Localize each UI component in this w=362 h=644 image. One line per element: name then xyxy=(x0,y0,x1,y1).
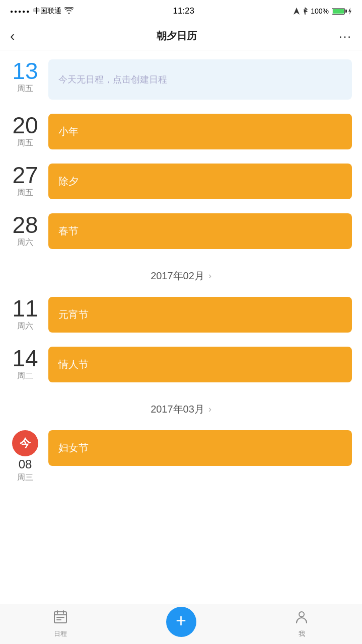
date-num-13: 13 xyxy=(12,59,38,83)
date-row-20: 20 周五 小年 xyxy=(0,105,362,154)
date-weekday-13: 周五 xyxy=(17,84,33,94)
date-row-08: 今 08 周三 妇女节 xyxy=(0,421,362,488)
today-badge-circle: 今 xyxy=(12,430,38,456)
add-button[interactable]: + xyxy=(166,607,196,637)
battery-icon xyxy=(332,8,345,15)
me-icon xyxy=(295,610,309,627)
svg-rect-5 xyxy=(56,619,61,620)
more-button[interactable]: ··· xyxy=(339,29,352,43)
month-chevron-mar: › xyxy=(208,404,211,415)
date-label-20: 20 周五 xyxy=(10,114,40,148)
month-chevron-feb: › xyxy=(208,271,211,281)
date-label-28: 28 周六 xyxy=(10,213,40,248)
back-button[interactable]: ‹ xyxy=(10,28,15,44)
date-num-14: 14 xyxy=(12,347,38,370)
date-label-14: 14 周二 xyxy=(10,347,40,381)
date-weekday-08: 周三 xyxy=(17,472,33,483)
tab-add-container: + xyxy=(121,607,242,642)
tab-me-label: 我 xyxy=(299,629,305,638)
empty-event-13[interactable]: 今天无日程，点击创建日程 xyxy=(48,59,352,100)
date-weekday-27: 周五 xyxy=(17,188,33,198)
date-label-27: 27 周五 xyxy=(10,164,40,198)
month-label-feb: 2017年02月 xyxy=(151,269,204,283)
date-row-13: 13 周五 今天无日程，点击创建日程 xyxy=(0,50,362,105)
date-label-11: 11 周六 xyxy=(10,297,40,332)
date-events-11: 元宵节 xyxy=(48,297,352,333)
tab-schedule[interactable]: 日程 xyxy=(0,610,121,638)
svg-rect-4 xyxy=(56,617,64,618)
svg-point-6 xyxy=(299,612,304,617)
event-card-qingrenjie[interactable]: 情人节 xyxy=(48,347,352,382)
date-num-11: 11 xyxy=(12,297,38,320)
tab-me[interactable]: 我 xyxy=(241,610,362,638)
add-icon: + xyxy=(176,612,186,630)
page-title: 朝夕日历 xyxy=(157,29,197,43)
carrier-label: 中国联通 xyxy=(33,7,61,16)
date-row-11: 11 周六 元宵节 xyxy=(0,288,362,338)
date-row-14: 14 周二 情人节 xyxy=(0,338,362,387)
date-weekday-20: 周五 xyxy=(17,138,33,148)
date-num-08: 08 xyxy=(19,457,32,471)
month-separator-feb[interactable]: 2017年02月 › xyxy=(0,254,362,288)
wifi-icon xyxy=(64,7,74,16)
tab-bar: 日程 + 我 xyxy=(0,604,362,644)
event-card-funvjie[interactable]: 妇女节 xyxy=(48,430,352,466)
date-num-27: 27 xyxy=(12,164,38,187)
location-icon xyxy=(294,8,300,15)
battery-percent: 100% xyxy=(311,7,329,15)
main-scroll: 13 周五 今天无日程，点击创建日程 20 周五 小年 27 周五 xyxy=(0,50,362,528)
date-num-20: 20 xyxy=(12,114,38,137)
date-row-28: 28 周六 春节 xyxy=(0,204,362,254)
date-label-13: 13 周五 xyxy=(10,59,40,94)
date-events-13: 今天无日程，点击创建日程 xyxy=(48,59,352,100)
date-events-28: 春节 xyxy=(48,213,352,249)
status-right: 100% xyxy=(294,7,352,15)
status-left: ●●●●● 中国联通 xyxy=(10,7,74,16)
event-card-yuanxiao[interactable]: 元宵节 xyxy=(48,297,352,333)
tab-schedule-label: 日程 xyxy=(54,629,67,638)
event-card-chunjie[interactable]: 春节 xyxy=(48,213,352,249)
date-num-28: 28 xyxy=(12,213,38,236)
date-label-08: 今 08 周三 xyxy=(10,430,40,483)
event-card-xiaonian[interactable]: 小年 xyxy=(48,114,352,149)
date-weekday-28: 周六 xyxy=(17,237,33,248)
date-events-14: 情人节 xyxy=(48,347,352,382)
month-label-mar: 2017年03月 xyxy=(151,403,204,416)
nav-bar: ‹ 朝夕日历 ··· xyxy=(0,22,362,50)
date-events-20: 小年 xyxy=(48,114,352,149)
date-weekday-14: 周二 xyxy=(17,371,33,381)
main-content: 13 周五 今天无日程，点击创建日程 20 周五 小年 27 周五 xyxy=(0,50,362,528)
date-row-27: 27 周五 除夕 xyxy=(0,154,362,204)
status-bar: ●●●●● 中国联通 11:23 100% xyxy=(0,0,362,22)
schedule-icon xyxy=(53,610,67,627)
bluetooth-icon xyxy=(303,8,308,15)
date-weekday-11: 周六 xyxy=(17,321,33,332)
month-separator-mar[interactable]: 2017年03月 › xyxy=(0,387,362,421)
event-card-chuxi[interactable]: 除夕 xyxy=(48,164,352,199)
signal-dots: ●●●●● xyxy=(10,9,30,14)
charging-icon xyxy=(348,8,352,15)
date-events-27: 除夕 xyxy=(48,164,352,199)
date-events-08: 妇女节 xyxy=(48,430,352,466)
status-time: 11:23 xyxy=(173,6,194,16)
